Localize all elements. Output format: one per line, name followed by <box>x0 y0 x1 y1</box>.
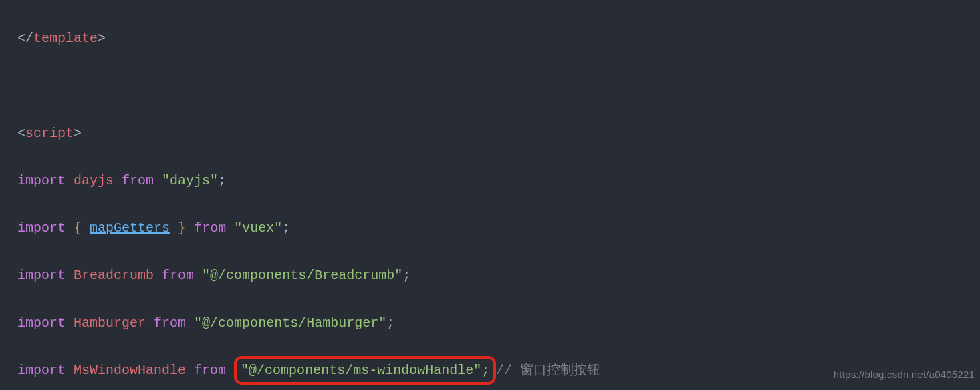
tag-script: script <box>25 126 74 141</box>
watermark-text: https://blog.csdn.net/a0405221 <box>834 363 975 387</box>
code-line[interactable]: import dayjs from "dayjs"; <box>17 169 980 193</box>
code-line[interactable]: import Hamburger from "@/components/Hamb… <box>17 311 980 335</box>
highlight-box: "@/components/ms-windowHandle"; <box>234 356 496 385</box>
inline-comment: // 窗口控制按钮 <box>496 363 600 378</box>
code-line[interactable]: </template> <box>17 27 980 51</box>
code-editor[interactable]: </template> <script> import dayjs from "… <box>0 0 980 390</box>
tag-template: template <box>33 31 98 46</box>
symbol-link[interactable]: mapGetters <box>90 220 170 236</box>
code-line-blank[interactable] <box>17 74 980 98</box>
code-line[interactable]: import Breadcrumb from "@/components/Bre… <box>17 264 980 288</box>
code-line[interactable]: import { mapGetters } from "vuex"; <box>17 216 980 240</box>
code-line[interactable]: <script> <box>17 122 980 146</box>
